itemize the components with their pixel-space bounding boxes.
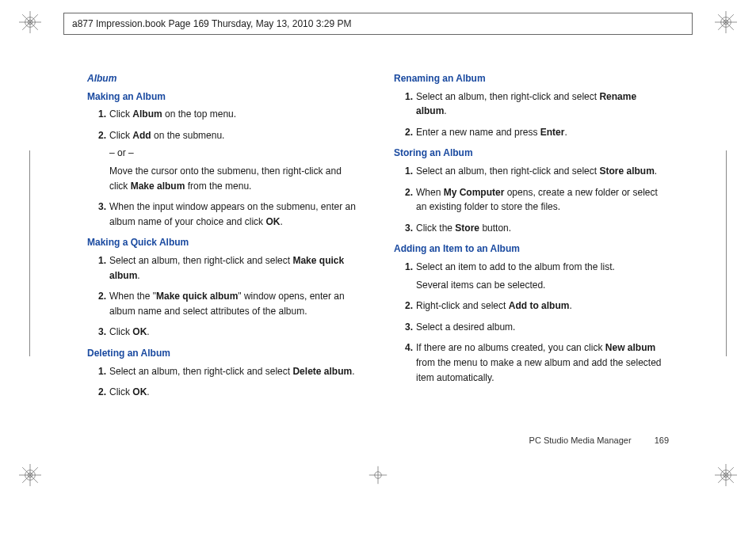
step-note: Several items can be selected.: [416, 278, 669, 293]
step-text: When the "Make quick album" window opens…: [109, 291, 345, 317]
step-number: 3.: [87, 200, 106, 215]
step-number: 1.: [87, 364, 106, 379]
step-text: Select an album, then right-click and se…: [109, 366, 355, 377]
left-column: Album Making an Album 1. Click Album on …: [87, 71, 362, 429]
steps-quick-album: 1. Select an album, then right-click and…: [87, 253, 362, 340]
steps-storing-album: 1. Select an album, then right-click and…: [394, 164, 669, 235]
step: 2. Enter a new name and press Enter.: [416, 125, 669, 140]
step-text: Click the Store button.: [416, 222, 511, 234]
steps-adding-item: 1. Select an item to add to the album fr…: [394, 260, 669, 385]
step-text: Select an album, then right-click and se…: [416, 91, 636, 117]
heading-storing-album: Storing an Album: [394, 146, 669, 161]
step-number: 2.: [394, 125, 413, 140]
step-text: Select a desired album.: [416, 321, 515, 333]
page-header: a877 Impression.book Page 169 Thursday, …: [63, 13, 693, 35]
step-text: Click OK.: [109, 386, 150, 397]
step-number: 1.: [394, 164, 413, 179]
step: 3. Click the Store button.: [416, 221, 669, 236]
step: 2. When My Computer opens, create a new …: [416, 185, 669, 215]
step: 2. Right-click and select Add to album.: [416, 299, 669, 314]
step: 3. Select a desired album.: [416, 320, 669, 335]
step-text: When My Computer opens, create a new fol…: [416, 187, 658, 213]
step-text: Enter a new name and press Enter.: [416, 127, 567, 138]
right-column: Renaming an Album 1. Select an album, th…: [394, 71, 669, 429]
step-number: 1.: [394, 89, 413, 105]
header-text: a877 Impression.book Page 169 Thursday, …: [72, 18, 351, 29]
step: 4. If there are no albums created, you c…: [416, 340, 669, 385]
step: 2. Click Add on the submenu. – or – Move…: [109, 128, 362, 193]
heading-album: Album: [87, 71, 362, 86]
footer-label: PC Studio Media Manager: [529, 435, 632, 445]
step-or: – or –: [109, 146, 362, 161]
heading-making-album: Making an Album: [87, 89, 362, 105]
step-text: Select an album, then right-click and se…: [109, 255, 344, 281]
steps-renaming-album: 1. Select an album, then right-click and…: [394, 89, 669, 140]
page-footer: PC Studio Media Manager 169: [529, 435, 669, 445]
heading-adding-item: Adding an Item to an Album: [394, 241, 669, 257]
step-text: Click Album on the top menu.: [109, 108, 236, 120]
step-number: 2.: [87, 128, 106, 143]
crop-mark-icon: [367, 464, 389, 486]
steps-making-album: 1. Click Album on the top menu. 2. Click…: [87, 107, 362, 229]
step: 1. Select an album, then right-click and…: [109, 253, 362, 283]
step-number: 1.: [87, 107, 106, 122]
step: 1. Select an album, then right-click and…: [416, 164, 669, 179]
step-number: 4.: [394, 340, 413, 356]
registration-mark-icon: [715, 11, 737, 33]
step: 2. Click OK.: [109, 385, 362, 400]
step: 3. Click OK.: [109, 325, 362, 340]
step-text: If there are no albums created, you can …: [416, 342, 662, 382]
registration-mark-icon: [715, 464, 737, 486]
step-number: 2.: [394, 299, 413, 314]
step: 1. Select an album, then right-click and…: [109, 364, 362, 379]
step-alt: Move the cursor onto the submenu, then r…: [109, 164, 362, 193]
steps-deleting-album: 1. Select an album, then right-click and…: [87, 364, 362, 400]
crop-line: [726, 150, 727, 356]
crop-line: [29, 150, 30, 356]
step: 1. Select an item to add to the album fr…: [416, 260, 669, 292]
step-number: 2.: [87, 385, 106, 400]
page-content: Album Making an Album 1. Click Album on …: [87, 71, 669, 429]
step-number: 3.: [394, 221, 413, 236]
step: 3. When the input window appears on the …: [109, 200, 362, 229]
step-text: Select an album, then right-click and se…: [416, 165, 657, 177]
step-number: 3.: [394, 320, 413, 335]
step-number: 3.: [87, 325, 106, 340]
registration-mark-icon: [19, 11, 41, 33]
step-text: Click Add on the submenu.: [109, 130, 224, 141]
step: 1. Click Album on the top menu.: [109, 107, 362, 122]
heading-deleting-album: Deleting an Album: [87, 346, 362, 361]
page-number: 169: [655, 435, 669, 445]
heading-quick-album: Making a Quick Album: [87, 235, 362, 250]
step-number: 2.: [87, 289, 106, 304]
step: 1. Select an album, then right-click and…: [416, 89, 669, 119]
step: 2. When the "Make quick album" window op…: [109, 289, 362, 318]
registration-mark-icon: [19, 464, 41, 486]
step-text: Right-click and select Add to album.: [416, 300, 572, 311]
step-number: 2.: [394, 185, 413, 200]
step-text: When the input window appears on the sub…: [109, 201, 356, 227]
heading-renaming-album: Renaming an Album: [394, 71, 669, 86]
step-text: Select an item to add to the album from …: [416, 261, 615, 272]
step-number: 1.: [394, 260, 413, 275]
step-number: 1.: [87, 253, 106, 268]
step-text: Click OK.: [109, 326, 150, 337]
